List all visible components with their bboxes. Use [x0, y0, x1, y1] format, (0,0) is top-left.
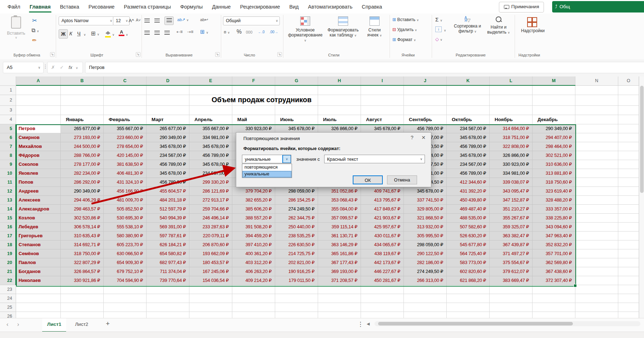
row-header-5[interactable]: 5	[0, 124, 16, 133]
cell[interactable]	[147, 285, 189, 294]
menu-tab-Рецензирование[interactable]: Рецензирование	[240, 0, 280, 14]
scroll-left-button[interactable]: ◀	[367, 322, 370, 326]
cell[interactable]	[618, 258, 639, 267]
cell[interactable]	[447, 312, 490, 318]
name-box[interactable]: A5∨	[3, 62, 44, 73]
cell[interactable]	[147, 95, 189, 106]
cell[interactable]	[618, 178, 639, 187]
cell[interactable]	[275, 303, 318, 312]
cell[interactable]	[575, 249, 618, 258]
cancel-button[interactable]: Отмена	[387, 175, 417, 184]
cell[interactable]	[575, 178, 618, 187]
row-header-11[interactable]: 11	[0, 178, 16, 187]
sheet-tab-Лист2[interactable]: Лист2	[70, 318, 93, 331]
column-header-K[interactable]: K	[447, 76, 490, 86]
insert-function-icon[interactable]: fx	[69, 65, 72, 70]
cell[interactable]	[575, 151, 618, 160]
cut-button[interactable]: ✂	[32, 17, 37, 24]
cell[interactable]	[318, 285, 361, 294]
align-top-button[interactable]	[144, 18, 150, 24]
addins-button[interactable]: Надстройки	[521, 17, 543, 33]
cell[interactable]	[490, 312, 532, 318]
row-header-23[interactable]: 23	[0, 285, 16, 294]
cell[interactable]	[618, 223, 639, 232]
column-header-D[interactable]: D	[147, 76, 189, 86]
merge-center-button[interactable]: ⊞ ∨	[200, 29, 208, 35]
column-header-B[interactable]: B	[61, 76, 104, 86]
insert-cells-button[interactable]: ⊞ Вставить ∨	[392, 17, 419, 22]
menu-tab-Файл[interactable]: Файл	[8, 0, 20, 14]
menu-tab-Данные[interactable]: Данные	[212, 0, 231, 14]
format-style-combo[interactable]: Красный текст∨	[324, 155, 425, 163]
cell[interactable]	[361, 106, 404, 115]
menu-tab-Автоматизировать[interactable]: Автоматизировать	[308, 0, 352, 14]
cell[interactable]	[575, 187, 618, 196]
cell[interactable]	[318, 312, 361, 318]
sheet-tab-Лист1[interactable]: Лист1	[42, 318, 66, 332]
cell[interactable]	[104, 95, 147, 106]
column-header-C[interactable]: C	[104, 76, 147, 86]
horizontal-scrollbar-thumb[interactable]	[378, 322, 573, 325]
cell[interactable]	[318, 95, 361, 106]
cell[interactable]	[361, 86, 404, 95]
increase-decimal-button[interactable]: ←.0	[258, 30, 264, 34]
cell[interactable]	[532, 294, 575, 303]
cell[interactable]	[189, 294, 232, 303]
column-header-E[interactable]: E	[189, 76, 232, 86]
cell[interactable]	[104, 86, 147, 95]
cell[interactable]	[532, 303, 575, 312]
cancel-entry-icon[interactable]: ✗	[51, 65, 55, 70]
cell[interactable]	[189, 303, 232, 312]
cell[interactable]	[147, 303, 189, 312]
copy-button[interactable]: ⧉ ∨	[31, 27, 39, 34]
font-size-combo[interactable]: 12∨	[113, 16, 130, 25]
horizontal-scrollbar[interactable]	[375, 321, 640, 326]
paste-button[interactable]: Вставить ∨	[6, 16, 26, 39]
cell[interactable]	[532, 95, 575, 106]
cell[interactable]	[404, 285, 447, 294]
cell[interactable]	[318, 294, 361, 303]
cell[interactable]	[618, 187, 639, 196]
clear-button[interactable]: ◇ ∨	[435, 36, 442, 42]
row-header-9[interactable]: 9	[0, 160, 16, 169]
font-dialog-launcher[interactable]: ⇘	[136, 52, 140, 57]
cell[interactable]	[447, 303, 490, 312]
wrap-text-button[interactable]: ab↩	[200, 17, 208, 22]
cell[interactable]	[575, 169, 618, 178]
row-header-20[interactable]: 20	[0, 258, 16, 267]
cell[interactable]	[189, 106, 232, 115]
cell[interactable]	[575, 106, 618, 115]
cell[interactable]	[618, 312, 639, 318]
decrease-indent-button[interactable]: ⇠≡	[177, 29, 183, 34]
cell[interactable]	[61, 95, 104, 106]
row-header-1[interactable]: 1	[0, 86, 16, 95]
cell[interactable]	[575, 142, 618, 151]
cell[interactable]	[318, 106, 361, 115]
cell[interactable]	[61, 303, 104, 312]
cell[interactable]	[232, 312, 275, 318]
conditional-formatting-button[interactable]: Условное форматирование ∨	[288, 16, 322, 43]
row-header-4[interactable]: 4	[0, 115, 16, 124]
cell[interactable]	[532, 86, 575, 95]
cell[interactable]	[61, 312, 104, 318]
cell[interactable]	[16, 303, 61, 312]
cell[interactable]	[404, 303, 447, 312]
cell[interactable]	[447, 294, 490, 303]
dropdown-option-уникальные[interactable]: уникальные	[242, 171, 292, 178]
menu-tab-Рисование[interactable]: Рисование	[89, 0, 115, 14]
cell[interactable]	[16, 285, 61, 294]
cell[interactable]	[189, 312, 232, 318]
cell[interactable]	[575, 232, 618, 240]
cell[interactable]	[61, 285, 104, 294]
values-type-combo[interactable]: уникальные ∨	[242, 155, 291, 163]
row-header-15[interactable]: 15	[0, 214, 16, 223]
row-header-2[interactable]: 2	[0, 95, 16, 106]
values-type-combo-arrow[interactable]: ∨	[283, 155, 291, 163]
column-header-N[interactable]: N	[575, 76, 618, 86]
row-header-12[interactable]: 12	[0, 187, 16, 196]
cell[interactable]	[490, 285, 532, 294]
cell[interactable]	[618, 133, 639, 142]
row-header-26[interactable]: 26	[0, 312, 16, 318]
cell[interactable]	[147, 294, 189, 303]
cell[interactable]	[361, 95, 404, 106]
